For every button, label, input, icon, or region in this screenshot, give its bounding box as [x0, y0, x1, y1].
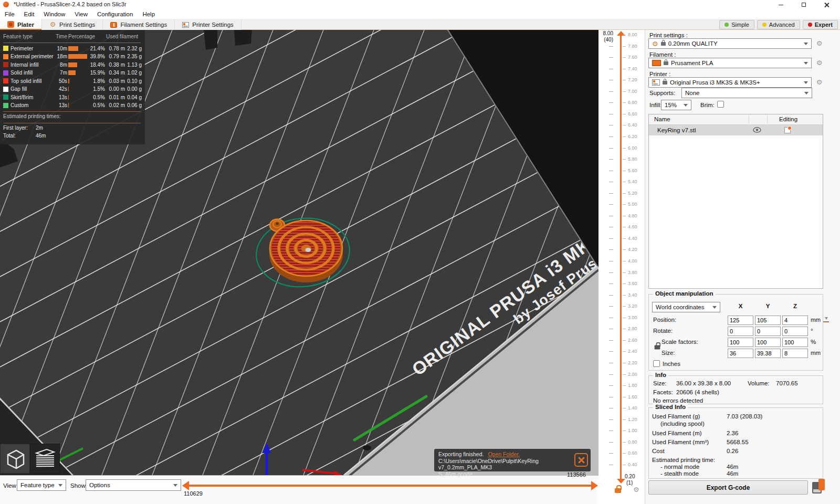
layer-tick-mark — [623, 318, 626, 318]
layer-tick-mark — [609, 430, 613, 431]
estimated-times-title: Estimated printing times: — [3, 113, 141, 121]
sliced-row-label: - normal mode — [660, 464, 699, 470]
feature-meters: 0.03 m — [106, 78, 125, 84]
notification-close-button[interactable] — [574, 453, 588, 467]
z-rotate-input[interactable] — [782, 327, 808, 336]
export-gcode-button[interactable]: Export G-code — [648, 480, 808, 495]
mode-button-expert[interactable]: Expert — [803, 20, 838, 29]
layer-tick-mark — [623, 148, 626, 149]
layer-tick-mark — [623, 216, 626, 216]
close-button[interactable] — [818, 0, 836, 9]
legend-header: Feature type Time Percentage Used filame… — [3, 33, 141, 41]
maximize-button[interactable] — [795, 0, 813, 9]
x-scalefactors-input[interactable] — [728, 338, 753, 347]
tab-printer-settings[interactable]: Printer Settings — [175, 19, 242, 30]
filament-gear-button[interactable]: ⚙ — [815, 58, 824, 67]
editing-state-icon[interactable] — [784, 127, 791, 133]
layer-slider-top-value: 8.00 — [598, 30, 613, 36]
prusaslicer-window: { "window": { "title": "*Untitled - Prus… — [0, 0, 840, 504]
printer-gear-button[interactable]: ⚙ — [815, 78, 824, 87]
size-value: 36.00 x 39.38 x 8.00 — [676, 380, 731, 386]
layer-tick-mark — [623, 385, 626, 386]
menu-item-window[interactable]: Window — [39, 11, 70, 17]
layer-tick-label: 7.00 — [628, 89, 637, 94]
sliced-row-value: 7.03 (208.03) — [727, 413, 762, 419]
feature-label: Top solid infill — [10, 78, 54, 84]
coordinates-select[interactable]: World coordinates — [652, 302, 720, 312]
layer-tick-mark — [623, 57, 626, 58]
layer-tick-label: 4.40 — [628, 236, 637, 241]
layer-tick-label: 6.40 — [628, 122, 637, 128]
z-position-input[interactable] — [782, 316, 808, 325]
layer-tick-mark — [609, 329, 613, 329]
x-rotate-input[interactable] — [728, 327, 753, 336]
mode-button-simple[interactable]: Simple — [719, 20, 754, 29]
x-size-input[interactable] — [728, 349, 753, 358]
layer-tick-mark — [623, 351, 626, 352]
printer-select[interactable]: Original Prusa i3 MK3S & MK3S+ — [648, 77, 812, 88]
print-settings-gear-button[interactable]: ⚙ — [815, 39, 824, 48]
moves-slider-left-handle[interactable] — [182, 481, 189, 490]
layer-slider-track[interactable] — [620, 35, 622, 479]
supports-select[interactable]: None — [681, 88, 812, 98]
y-position-input[interactable] — [755, 316, 781, 325]
tab-filament-settings[interactable]: Filament Settings — [103, 19, 175, 30]
minimize-button[interactable] — [772, 0, 790, 9]
sliced-row-label: Cost — [652, 448, 665, 454]
z-scalefactors-input[interactable] — [782, 338, 808, 347]
slider-settings-gear-icon[interactable]: ⚙ — [633, 486, 639, 493]
object-list: Name Editing KeyRing v7.stl — [648, 114, 823, 289]
filament-select[interactable]: Prusament PLA — [648, 58, 812, 68]
menu-item-help[interactable]: Help — [138, 11, 160, 17]
print-settings-icon: ⚙ — [49, 21, 56, 28]
chevron-down-icon — [684, 104, 688, 107]
drop-to-bed-icon[interactable] — [823, 317, 829, 322]
x-position-input[interactable] — [728, 316, 753, 325]
object-list-row[interactable]: KeyRing v7.stl — [649, 125, 823, 135]
brim-checkbox[interactable] — [717, 101, 724, 108]
tab-print-settings[interactable]: ⚙Print Settings — [42, 19, 103, 30]
infill-select[interactable]: 15% — [661, 100, 691, 110]
errors-status: No errors detected — [653, 397, 703, 404]
layer-tick-mark — [609, 46, 613, 47]
open-folder-link[interactable]: Open Folder. — [488, 451, 520, 457]
layer-tick-label: 3.80 — [628, 270, 637, 275]
y-rotate-input[interactable] — [755, 327, 781, 336]
layer-tick-label: 3.40 — [628, 292, 637, 298]
3d-editor-view-button[interactable] — [0, 444, 30, 474]
mode-button-advanced[interactable]: Advanced — [757, 20, 800, 29]
preview-layers-view-button[interactable] — [30, 444, 60, 474]
sliced-info-title: Sliced Info — [653, 404, 688, 410]
tab-label: Print Settings — [59, 22, 95, 28]
feature-label: Gap fill — [10, 86, 54, 92]
print-settings-select[interactable]: ⚙ 0.20mm QUALITY — [648, 38, 812, 49]
volume-value: 7070.65 — [776, 380, 798, 386]
layer-slider-lower-handle[interactable] — [617, 479, 625, 484]
z-size-input[interactable] — [782, 349, 808, 358]
layer-range-lock-icon[interactable] — [615, 488, 621, 493]
tab-plater[interactable]: Plater — [0, 19, 42, 30]
menu-item-edit[interactable]: Edit — [19, 11, 39, 17]
uniform-scale-lock-icon[interactable] — [655, 345, 660, 349]
show-select[interactable]: Options — [86, 479, 181, 491]
menu-item-file[interactable]: File — [0, 11, 19, 17]
prusaslicer-logo-icon — [3, 2, 9, 7]
layer-tick-label: 2.20 — [628, 360, 637, 365]
model-keyring[interactable] — [269, 219, 343, 283]
percentage-bar-fill — [68, 70, 76, 75]
menu-item-configuration[interactable]: Configuration — [92, 11, 138, 17]
menu-item-view[interactable]: View — [70, 11, 92, 17]
legend-row: Solid infill7m15.9%0.34 m1.02 g — [3, 69, 141, 77]
feature-label: Skirt/Brim — [10, 94, 54, 100]
layer-tick-mark — [609, 80, 613, 80]
visibility-eye-icon[interactable] — [753, 127, 761, 134]
inches-checkbox[interactable] — [653, 360, 660, 367]
moves-slider-track[interactable] — [189, 485, 591, 487]
feature-grams: 2.32 g — [126, 46, 142, 51]
sd-card-export-icon[interactable] — [812, 479, 826, 496]
printer-label: Printer : — [649, 71, 670, 77]
y-size-input[interactable] — [755, 349, 781, 358]
y-scalefactors-input[interactable] — [755, 338, 781, 347]
moves-slider-right-handle[interactable] — [591, 481, 598, 490]
view-select[interactable]: Feature type — [17, 479, 66, 491]
